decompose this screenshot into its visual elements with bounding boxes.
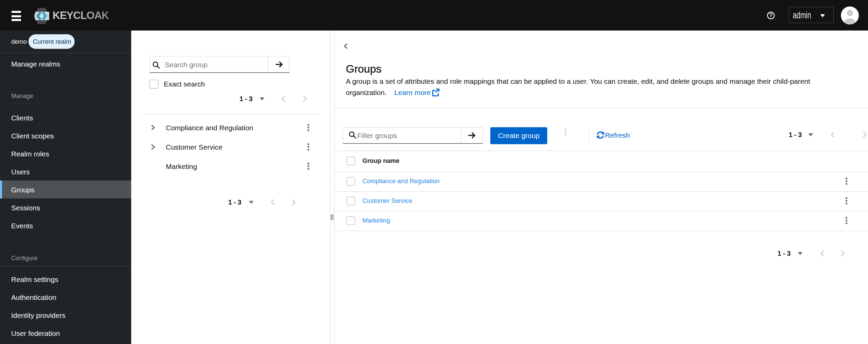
svg-text:?: ? — [769, 13, 773, 18]
